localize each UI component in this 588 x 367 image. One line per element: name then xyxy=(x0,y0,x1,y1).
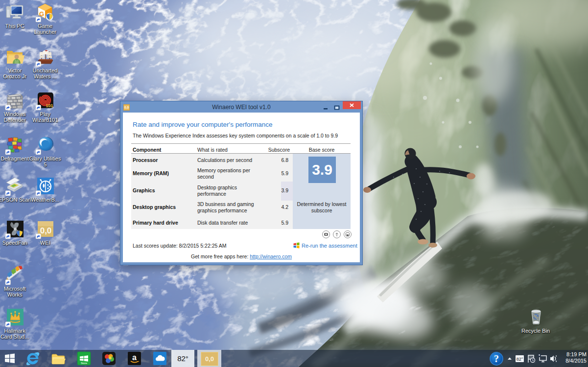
svg-text:82°: 82° xyxy=(517,357,523,362)
svg-text:0,0: 0,0 xyxy=(40,226,52,235)
svg-text:?: ? xyxy=(494,353,499,364)
svg-text:a: a xyxy=(132,353,137,362)
svg-text:101: 101 xyxy=(46,103,53,108)
svg-text:G: G xyxy=(39,10,44,18)
svg-text:Store: Store xyxy=(81,362,87,365)
